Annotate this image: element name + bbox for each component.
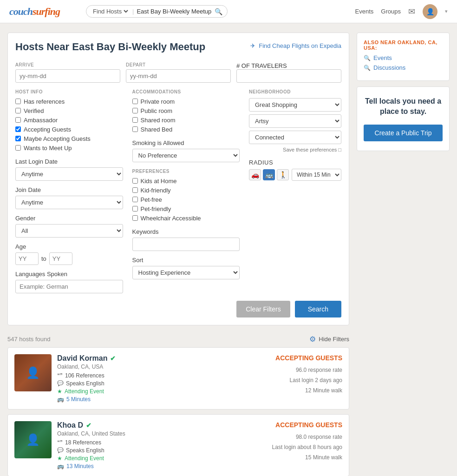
radius-dropdown[interactable]: Within 15 Min Within 5 Min Within 10 Min… [292, 169, 341, 181]
radius-row: 🚗 🚌 🚶 Within 15 Min Within 5 Min Within … [249, 169, 341, 181]
ambassador-checkbox[interactable] [15, 117, 21, 123]
verified-item[interactable]: Verified [15, 107, 123, 114]
kid-friendly-item[interactable]: Kid-friendly [132, 187, 240, 194]
search-button[interactable]: Search [295, 301, 341, 317]
neighborhood-dropdown-3[interactable]: Connected [249, 131, 341, 144]
gender-select[interactable]: All [15, 224, 123, 238]
gender-section: Gender All [15, 215, 123, 238]
host-info-checkboxes: Has references Verified Ambassador [15, 98, 123, 152]
join-date-select[interactable]: Anytime [15, 196, 123, 209]
wants-meet-item[interactable]: Wants to Meet Up [15, 145, 123, 152]
pet-free-checkbox[interactable] [132, 197, 138, 202]
depart-label: DEPART [126, 62, 231, 67]
neighborhood-dropdown-2[interactable]: Artsy [249, 114, 341, 128]
kid-friendly-label: Kid-friendly [141, 187, 171, 194]
results-header: 547 hosts found ⚙ Hide Filters [7, 331, 349, 347]
clear-filters-button[interactable]: Clear Filters [236, 301, 290, 317]
radius-label: Radius [249, 159, 341, 166]
plane-icon: ✈ [250, 42, 255, 49]
age-row: to [15, 252, 123, 265]
private-room-checkbox[interactable] [132, 99, 138, 104]
shared-bed-item[interactable]: Shared Bed [132, 126, 240, 133]
accepting-checkbox[interactable] [15, 126, 21, 132]
last-login-label: Last Login Date [15, 158, 123, 165]
save-preferences-link[interactable]: Save these preferences □ [249, 147, 341, 152]
keywords-input[interactable] [132, 238, 240, 251]
sort-select[interactable]: Hosting Experience Last Login Join Date … [132, 266, 240, 279]
public-room-label: Public room [141, 107, 173, 114]
radius-bus-icon[interactable]: 🚌 [263, 169, 275, 180]
public-room-item[interactable]: Public room [132, 107, 240, 114]
verified-icon-1: ✔ [86, 422, 91, 429]
radius-walk-icon[interactable]: 🚶 [277, 169, 289, 180]
join-date-section: Join Date Anytime [15, 186, 123, 209]
wheelchair-item[interactable]: Wheelchair Accessible [132, 215, 240, 222]
accommodations-col: ACCOMMODATIONS Private room Public room [132, 89, 240, 293]
host-avatar-1[interactable]: 👤 [14, 421, 52, 458]
pet-free-label: Pet-free [141, 196, 162, 203]
join-date-label: Join Date [15, 186, 123, 193]
smoking-label: Smoking is Allowed [132, 139, 240, 146]
neighborhood-select-1: Great Shopping [249, 98, 341, 112]
hide-filters-button[interactable]: ⚙ Hide Filters [309, 335, 349, 344]
verified-checkbox[interactable] [15, 108, 21, 113]
smoking-select[interactable]: No Preference Yes No [132, 149, 240, 162]
nav-right: Events Groups ✉ 👤 ▾ [355, 4, 448, 19]
mail-icon[interactable]: ✉ [408, 7, 415, 17]
radius-car-icon[interactable]: 🚗 [249, 169, 261, 180]
radius-section: Radius 🚗 🚌 🚶 Within 15 Min Within 5 Mi [249, 159, 341, 181]
has-references-checkbox[interactable] [15, 99, 21, 104]
host-avatar-0[interactable]: 👤 [14, 354, 52, 391]
create-public-trip-button[interactable]: Create a Public Trip [364, 125, 443, 141]
has-references-item[interactable]: Has references [15, 98, 123, 105]
chevron-down-icon: ▾ [445, 8, 448, 14]
response-rate-1: 98.0 response rate [272, 432, 342, 443]
neighborhood-dropdown-1[interactable]: Great Shopping [249, 98, 341, 112]
pet-free-item[interactable]: Pet-free [132, 196, 240, 203]
age-from-input[interactable] [15, 252, 39, 265]
maybe-accepting-label: Maybe Accepting Guests [24, 135, 91, 142]
quote-icon-1: ❝❞ [57, 439, 63, 445]
kids-home-item[interactable]: Kids at Home [132, 178, 240, 185]
last-login-select[interactable]: Anytime [15, 167, 123, 181]
host-event-0: ★ Attending Event [57, 388, 270, 395]
host-language-1: 💬 Speaks English [57, 447, 267, 454]
accepting-item[interactable]: Accepting Guests [15, 126, 123, 133]
maybe-accepting-checkbox[interactable] [15, 136, 21, 141]
search-input[interactable] [137, 8, 215, 15]
flight-link[interactable]: ✈ Find Cheap Flights on Expedia [250, 42, 341, 49]
kids-home-checkbox[interactable] [132, 178, 138, 184]
shared-room-checkbox[interactable] [132, 117, 138, 123]
sidebar-discussions-link[interactable]: 🔍 Discussions [364, 64, 443, 71]
avatar[interactable]: 👤 [423, 4, 437, 19]
shared-room-item[interactable]: Shared room [132, 117, 240, 124]
nav-events-link[interactable]: Events [355, 8, 374, 15]
languages-input[interactable] [15, 280, 123, 293]
ambassador-item[interactable]: Ambassador [15, 117, 123, 124]
global-search-bar: Find Hosts | 🔍 [86, 5, 228, 18]
arrive-input[interactable] [15, 69, 120, 83]
pet-friendly-checkbox[interactable] [132, 206, 138, 212]
radius-icons: 🚗 🚌 🚶 [249, 169, 289, 180]
depart-input[interactable] [126, 69, 231, 83]
host-meta-0: ❝❞ 106 References 💬 Speaks English ★ Att… [57, 372, 270, 403]
age-label: Age [15, 243, 123, 250]
wants-meet-checkbox[interactable] [15, 145, 21, 151]
pet-friendly-item[interactable]: Pet-friendly [132, 205, 240, 212]
wheelchair-checkbox[interactable] [132, 215, 138, 221]
shared-bed-checkbox[interactable] [132, 126, 138, 132]
filters-panel: Hosts Near East Bay Bi-Weekly Meetup ✈ F… [7, 33, 349, 325]
sidebar-events-link[interactable]: 🔍 Events [364, 54, 443, 61]
logo[interactable]: couchsurfing [9, 6, 60, 18]
travelers-input[interactable]: 1 [236, 69, 341, 83]
maybe-accepting-item[interactable]: Maybe Accepting Guests [15, 135, 123, 142]
search-discussions-icon: 🔍 [364, 65, 371, 71]
nav-groups-link[interactable]: Groups [381, 8, 401, 15]
public-room-checkbox[interactable] [132, 108, 138, 113]
private-room-item[interactable]: Private room [132, 98, 240, 105]
search-type-select[interactable]: Find Hosts [91, 7, 130, 15]
age-to-input[interactable] [49, 252, 72, 265]
neighborhood-select-3: Connected [249, 131, 341, 144]
kid-friendly-checkbox[interactable] [132, 187, 138, 193]
private-room-label: Private room [141, 98, 175, 105]
